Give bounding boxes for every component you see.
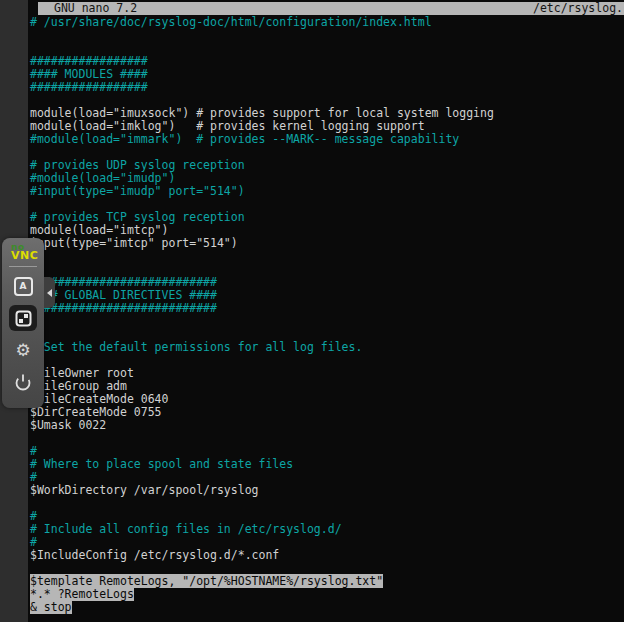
nano-filename-label: /etc/rsyslog. <box>533 2 624 15</box>
fullscreen-button[interactable] <box>9 305 37 331</box>
novnc-logo-bottom: VNC <box>11 251 44 260</box>
vnc-screen: GNU nano 7.2 /etc/rsyslog. # /usr/share/… <box>0 0 624 622</box>
settings-button[interactable]: ⚙ <box>9 337 37 363</box>
fullscreen-icon <box>15 310 32 327</box>
editor-line <box>30 432 624 445</box>
extra-keys-button[interactable]: A <box>9 273 37 299</box>
nano-titlebar: GNU nano 7.2 /etc/rsyslog. <box>38 2 624 15</box>
gear-icon: ⚙ <box>15 342 30 359</box>
nano-version-label: GNU nano 7.2 <box>38 2 137 15</box>
editor-line: $WorkDirectory /var/spool/rsyslog <box>30 484 624 497</box>
editor-line: #input(type="imudp" port="514") <box>30 185 624 198</box>
editor-line: # /usr/share/doc/rsyslog-doc/html/config… <box>30 16 624 29</box>
editor-line: # Where to place spool and state files <box>30 458 624 471</box>
editor-line: *.* ?RemoteLogs <box>30 588 624 601</box>
chevron-left-icon <box>47 289 52 297</box>
toolbar-collapse-handle[interactable] <box>44 277 55 308</box>
toolbar-divider <box>9 266 37 267</box>
editor-line: #module(load="immark") # provides --MARK… <box>30 133 624 146</box>
editor-line: ########################### <box>30 302 624 315</box>
editor-line: $IncludeConfig /etc/rsyslog.d/*.conf <box>30 549 624 562</box>
power-icon <box>14 373 32 391</box>
editor-line: $DirCreateMode 0755 <box>30 406 624 419</box>
keyboard-a-icon: A <box>14 277 33 296</box>
editor-line <box>30 497 624 510</box>
editor-line: & stop <box>30 601 624 614</box>
terminal-window[interactable]: GNU nano 7.2 /etc/rsyslog. # /usr/share/… <box>28 0 624 622</box>
editor-line: ################# <box>30 81 624 94</box>
power-button[interactable] <box>9 369 37 395</box>
novnc-control-bar: no VNC A ⚙ <box>2 238 44 408</box>
editor-line: # Set the default permissions for all lo… <box>30 341 624 354</box>
editor-line: input(type="imtcp" port="514") <box>30 237 624 250</box>
editor-line: $Umask 0022 <box>30 419 624 432</box>
editor-line <box>30 29 624 42</box>
novnc-logo: no VNC <box>2 238 44 264</box>
editor-line <box>30 315 624 328</box>
editor-line <box>30 250 624 263</box>
nano-editor-area[interactable]: # /usr/share/doc/rsyslog-doc/html/config… <box>30 16 624 622</box>
editor-line: # Include all config files in /etc/rsysl… <box>30 523 624 536</box>
